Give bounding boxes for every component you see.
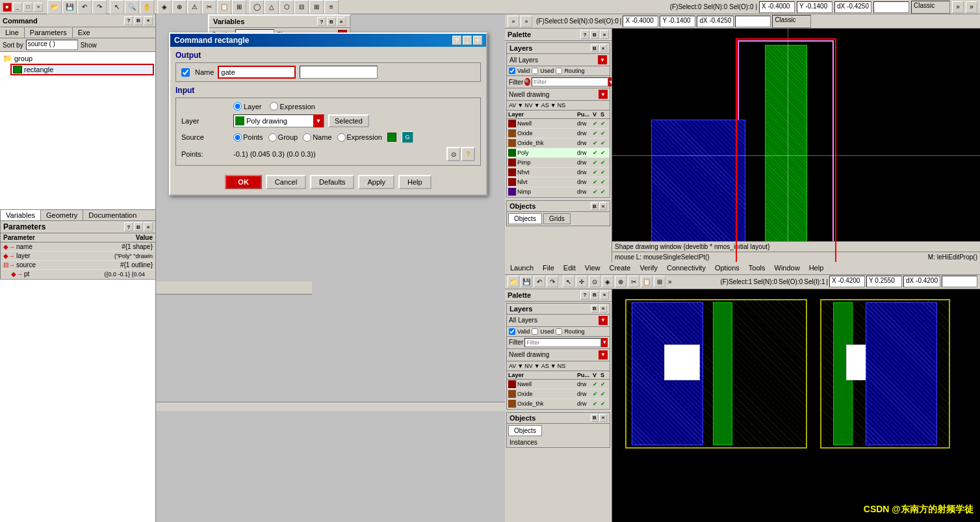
bt-btn7[interactable]: ⊙ xyxy=(589,276,600,287)
tab-objects[interactable]: Objects xyxy=(508,213,542,224)
source-ref-btn[interactable]: G xyxy=(402,131,413,143)
menu-window[interactable]: Window xyxy=(772,263,803,272)
tb-more7[interactable]: ◯ xyxy=(250,0,264,14)
source-points-radio[interactable] xyxy=(233,133,242,142)
tab-documentation[interactable]: Documentation xyxy=(83,210,142,220)
layer-dropdown-container[interactable]: Poly drawing ▼ xyxy=(233,114,324,127)
all-layers-bottom-arrow[interactable]: ▼ xyxy=(599,316,608,325)
menu-verify[interactable]: Verify xyxy=(637,263,660,272)
more-btn1[interactable]: » xyxy=(952,1,964,13)
tree-item-group[interactable]: 📁 group xyxy=(1,53,154,64)
layer-radio-option[interactable]: Layer xyxy=(233,102,262,111)
menu-edit[interactable]: Edit xyxy=(561,263,578,272)
tab-exe[interactable]: Exe xyxy=(73,27,96,38)
tb-undo[interactable]: ↶ xyxy=(77,0,92,14)
menu-help[interactable]: Help xyxy=(806,263,827,272)
bt-btn1[interactable]: 📁 xyxy=(508,276,519,287)
objb-btn1[interactable]: B xyxy=(591,414,599,422)
dialog-btn-help[interactable]: ? xyxy=(452,36,461,45)
cmd-win-btn2[interactable]: B xyxy=(134,16,143,25)
cmd-win-btn3[interactable]: × xyxy=(144,16,153,25)
tab-geometry[interactable]: Geometry xyxy=(41,210,83,220)
var-win-btn2[interactable]: B xyxy=(327,17,336,26)
used-check-bottom[interactable] xyxy=(532,328,538,335)
bt-btn3[interactable]: ↶ xyxy=(534,276,545,287)
menu-create[interactable]: Create xyxy=(606,263,633,272)
tb-more8[interactable]: △ xyxy=(264,0,279,14)
source-group-radio[interactable] xyxy=(268,133,277,142)
tab-parameters[interactable]: Parameters xyxy=(25,27,73,38)
menu-options[interactable]: Options xyxy=(712,263,742,272)
layer-row-oxide[interactable]: Oxide drw ✔ ✔ xyxy=(507,129,610,138)
pal-btn3[interactable]: × xyxy=(600,30,609,39)
tb-more9[interactable]: ⬡ xyxy=(279,0,294,14)
rt-tb1[interactable]: » xyxy=(508,16,519,27)
points-ref-btn[interactable]: ⊙ xyxy=(446,147,461,161)
obj-btn1[interactable]: B xyxy=(591,202,599,210)
source-name-radio[interactable] xyxy=(303,133,311,142)
bt-btn11[interactable]: 📋 xyxy=(641,276,652,287)
layersb-btn1[interactable]: B xyxy=(591,305,599,313)
name-extra-input[interactable] xyxy=(300,66,378,79)
tb-open[interactable]: 📂 xyxy=(47,0,62,14)
filter-bottom-input[interactable] xyxy=(524,338,601,347)
name-input[interactable] xyxy=(218,66,296,79)
tree-item-rectangle[interactable]: rectangle xyxy=(10,64,154,75)
palb-btn2[interactable]: B xyxy=(590,291,599,300)
help-button[interactable]: Help xyxy=(398,175,432,189)
name-checkbox[interactable] xyxy=(181,68,190,77)
params-win-btn2[interactable]: B xyxy=(134,222,143,231)
more-btn2[interactable]: » xyxy=(966,1,977,13)
sort-dropdown[interactable]: source ( ) xyxy=(26,40,78,50)
valid-check-bottom[interactable] xyxy=(509,328,515,335)
layersb-btn2[interactable]: × xyxy=(599,305,607,313)
ok-button[interactable]: OK xyxy=(225,175,262,189)
bt-btn8[interactable]: ◈ xyxy=(602,276,613,287)
layer-row-poly[interactable]: Poly drw ✔ ✔ xyxy=(507,148,610,158)
tab-line[interactable]: Line xyxy=(0,27,25,38)
filter-input[interactable] xyxy=(532,77,608,86)
source-group-option[interactable]: Group xyxy=(268,133,298,142)
menu-file[interactable]: File xyxy=(540,263,557,272)
nwell-bottom-row[interactable]: Nwell drawing ▼ xyxy=(507,349,610,361)
tb-more6[interactable]: ⊞ xyxy=(232,0,246,14)
cmd-win-btn1[interactable]: ? xyxy=(124,16,133,25)
filter-bottom-arrow[interactable]: ▼ xyxy=(601,338,608,347)
layer-row-nimp[interactable]: Nimp drw ✔ ✔ xyxy=(507,187,610,197)
source-expr-option[interactable]: Expression xyxy=(337,133,382,142)
routing-check-bottom[interactable] xyxy=(556,328,562,335)
menu-tools[interactable]: Tools xyxy=(746,263,768,272)
valid-check[interactable] xyxy=(509,68,515,74)
layers-btn2[interactable]: × xyxy=(599,44,607,52)
layer-dropdown-arrow[interactable]: ▼ xyxy=(313,114,324,127)
expression-radio-option[interactable]: Expression xyxy=(270,102,315,111)
var-win-btn3[interactable]: × xyxy=(337,17,346,26)
expression-radio[interactable] xyxy=(270,102,278,111)
source-expr-radio[interactable] xyxy=(337,133,346,142)
max-btn[interactable]: □ xyxy=(23,3,32,12)
layer-row-nwell-b[interactable]: Nwell drw ✔ ✔ xyxy=(507,380,610,389)
selected-button[interactable]: Selected xyxy=(328,114,369,127)
menu-connectivity[interactable]: Connectivity xyxy=(664,263,708,272)
defaults-button[interactable]: Defaults xyxy=(310,175,354,189)
palb-btn3[interactable]: × xyxy=(600,291,609,300)
source-name-option[interactable]: Name xyxy=(303,133,331,142)
tb-zoom[interactable]: 🔍 xyxy=(125,0,139,14)
dialog-btn-min[interactable]: _ xyxy=(463,36,472,45)
objb-btn2[interactable]: × xyxy=(599,414,607,422)
source-points-option[interactable]: Points xyxy=(233,133,263,142)
bt-btn12[interactable]: ⊞ xyxy=(654,276,665,287)
pal-btn1[interactable]: ? xyxy=(580,30,589,39)
layer-row-oxide-b[interactable]: Oxide drw ✔ ✔ xyxy=(507,389,610,399)
tb-more3[interactable]: ⚠ xyxy=(187,0,201,14)
center-hscroll[interactable] xyxy=(156,402,505,411)
layer-row-nhvt[interactable]: Nhvt drw ✔ ✔ xyxy=(507,168,610,177)
tb-more1[interactable]: ◈ xyxy=(157,0,172,14)
tb-more5[interactable]: 📋 xyxy=(217,0,231,14)
classic-dropdown[interactable]: Classic xyxy=(911,1,950,14)
params-win-btn1[interactable]: ? xyxy=(124,222,133,231)
layer-row-pimp[interactable]: Pimp drw ✔ ✔ xyxy=(507,158,610,168)
dialog-btn-close[interactable]: × xyxy=(473,36,482,45)
all-layers-arrow[interactable]: ▼ xyxy=(598,55,607,64)
points-info-btn[interactable]: ? xyxy=(461,147,475,161)
